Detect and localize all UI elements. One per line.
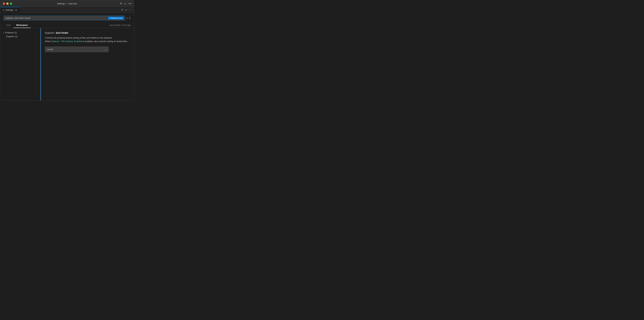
clear-filters-icon[interactable]: ≡ (126, 16, 128, 19)
more-actions-tab-icon[interactable]: ··· (129, 8, 131, 11)
search-input-wrapper: 1 Setting Found (4, 15, 125, 20)
main-content: 1 Setting Found ≡ ⊻ User Workspace Last … (0, 13, 134, 100)
tab-menu-icon: ≡ (3, 9, 4, 11)
setting-description-link[interactable]: Explorer › File Nesting: Enabled (51, 40, 82, 42)
split-editor-right-icon[interactable]: ▱ (125, 8, 127, 11)
search-bar: 1 Setting Found ≡ ⊻ (0, 13, 134, 22)
setting-title-prefix: Explorer: (45, 31, 56, 34)
more-actions-icon[interactable]: ••• (128, 2, 131, 5)
settings-tabs: User Workspace Last synced: 3 mos ago (0, 22, 134, 28)
tab-user[interactable]: User (4, 22, 14, 28)
minimize-button[interactable] (6, 2, 8, 5)
window-title: Settings — chan.dev (57, 2, 77, 5)
split-editor-icon[interactable]: ⧉ (120, 2, 122, 5)
setting-description-suffix: is enabled, also controls sorting of nes… (82, 40, 128, 42)
setting-description-intro: When (45, 40, 51, 42)
setting-title: Explorer: Sort Order (45, 31, 130, 34)
sidebar-item-label: Explorer (1) (6, 35, 18, 38)
title-bar-actions: ⧉ ▭ ••• (120, 2, 131, 5)
settings-tab-list: User Workspace (4, 22, 30, 28)
tab-bar-right-icons: ⎘ ▱ ··· (122, 7, 134, 13)
chevron-down-icon: ∨ (3, 32, 4, 33)
setting-description: Controls the property-based sorting of f… (45, 36, 130, 43)
setting-select-wrapper: default mixed filesFirst type modified f… (45, 47, 109, 52)
maximize-button[interactable] (10, 2, 12, 5)
content-area: ∨ Features (1) Explorer (1) Explorer: So… (0, 28, 134, 100)
search-input[interactable] (4, 15, 125, 20)
tab-bar: ≡ Settings ✕ ⎘ ▱ ··· (0, 7, 134, 13)
tab-close-button[interactable]: ✕ (15, 9, 18, 11)
setting-title-bold: Sort Order (56, 31, 68, 34)
sort-order-select[interactable]: default mixed filesFirst type modified f… (45, 47, 109, 52)
traffic-lights (3, 2, 12, 5)
close-button[interactable] (3, 2, 5, 5)
last-synced: Last synced: 3 mos ago (109, 24, 131, 26)
open-changes-icon[interactable]: ⎘ (122, 8, 123, 11)
tab-label: Settings (6, 9, 14, 11)
setting-description-text: Controls the property-based sorting of f… (45, 36, 112, 39)
sidebar-category-features[interactable]: ∨ Features (1) (0, 31, 40, 34)
tab-workspace[interactable]: Workspace (14, 22, 30, 28)
sidebar-category-label: Features (1) (5, 31, 17, 34)
sidebar-item-explorer[interactable]: Explorer (1) (0, 34, 40, 38)
search-results-badge: 1 Setting Found (108, 17, 124, 19)
search-icons: ≡ ⊻ (126, 16, 131, 20)
settings-tab[interactable]: ≡ Settings ✕ (0, 7, 20, 13)
sidebar: ∨ Features (1) Explorer (1) (0, 28, 40, 100)
filter-icon[interactable]: ⊻ (129, 16, 131, 20)
split-layout-icon[interactable]: ▭ (124, 2, 126, 5)
title-bar: Settings — chan.dev ⧉ ▭ ••• (0, 0, 134, 7)
settings-panel: Explorer: Sort Order Controls the proper… (40, 28, 134, 100)
